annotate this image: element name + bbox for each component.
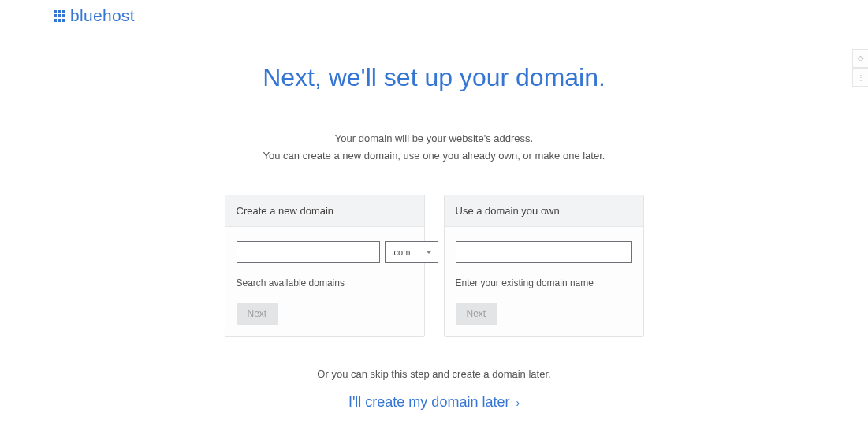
create-domain-next-button[interactable]: Next — [237, 303, 278, 325]
own-domain-next-button[interactable]: Next — [456, 303, 497, 325]
own-domain-card: Use a domain you own Enter your existing… — [444, 195, 644, 337]
page-title: Next, we'll set up your domain. — [0, 63, 868, 92]
create-domain-card: Create a new domain .com Search availabl… — [225, 195, 425, 337]
skip-lead-text: Or you can skip this step and create a d… — [0, 368, 868, 380]
brand-logo[interactable]: bluehost — [54, 6, 135, 25]
own-domain-header: Use a domain you own — [445, 195, 643, 227]
side-widgets: ⟳ ⋮ — [852, 49, 868, 87]
grid-icon — [54, 10, 65, 22]
new-domain-input[interactable] — [237, 241, 380, 263]
create-domain-helper: Search available domains — [237, 277, 413, 288]
tld-select[interactable]: .com — [385, 241, 438, 263]
brand-name: bluehost — [70, 6, 135, 25]
side-widget-top[interactable]: ⟳ — [852, 49, 868, 68]
own-domain-helper: Enter your existing domain name — [456, 277, 632, 288]
page-subtitle-line1: Your domain will be your website's addre… — [0, 130, 868, 147]
skip-domain-link[interactable]: I'll create my domain later › — [348, 394, 520, 411]
own-domain-input[interactable] — [456, 241, 632, 263]
side-widget-bottom[interactable]: ⋮ — [852, 68, 868, 87]
create-domain-header: Create a new domain — [225, 195, 424, 227]
page-subtitle-line2: You can create a new domain, use one you… — [0, 147, 868, 165]
skip-link-text: I'll create my domain later — [348, 394, 510, 411]
chevron-right-icon: › — [516, 396, 520, 409]
